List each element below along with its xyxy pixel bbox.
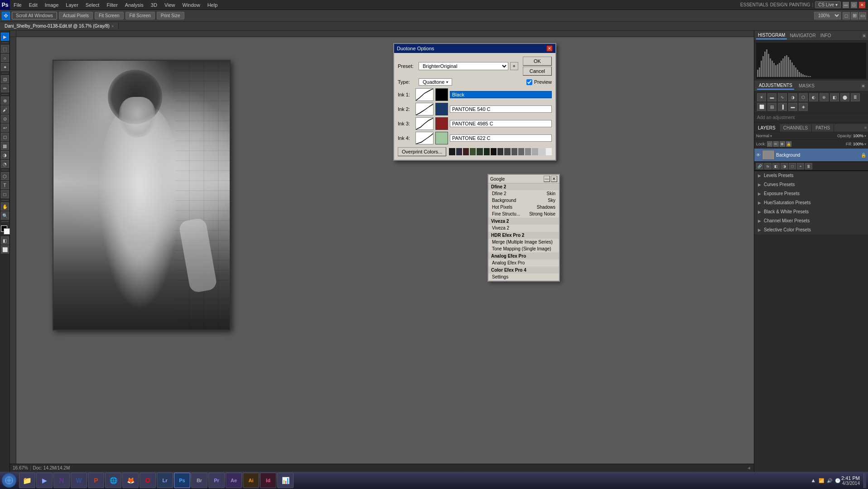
tool-brush[interactable]: 🖌 <box>1 105 9 114</box>
curves-presets-header[interactable]: ▶ Curves Presets <box>754 180 868 189</box>
tool-zoom[interactable]: 🔍 <box>1 211 9 220</box>
hdr-efex-item-2[interactable]: Tone Mapping (Single Image) <box>488 245 559 252</box>
menu-view[interactable]: View <box>161 1 179 9</box>
tool-clone[interactable]: ⊙ <box>1 115 9 123</box>
taskbar-indesign[interactable]: Id <box>260 473 276 488</box>
preset-menu-btn[interactable]: ≡ <box>510 62 518 70</box>
exposure-icon[interactable]: ◑ <box>788 93 797 101</box>
design-btn[interactable]: DESIGN <box>770 2 787 7</box>
op-swatch-3[interactable] <box>463 148 469 155</box>
taskbar-media[interactable]: ▶ <box>36 473 53 488</box>
screen-mode-icon[interactable]: ▭ <box>859 12 866 19</box>
analog-efex-item[interactable]: Analog Efex Pro <box>488 259 559 266</box>
taskbar-other[interactable]: 📊 <box>277 473 294 488</box>
menu-image[interactable]: Image <box>41 1 63 9</box>
op-swatch-8[interactable] <box>497 148 503 155</box>
ink3-curve[interactable] <box>415 117 434 130</box>
ok-button[interactable]: OK <box>523 57 552 66</box>
menu-help[interactable]: Help <box>204 1 222 9</box>
op-swatch-6[interactable] <box>484 148 490 155</box>
taskbar-ie[interactable]: 🌐 <box>105 473 121 488</box>
ink4-name-field[interactable] <box>450 134 552 142</box>
taskbar-illustrator[interactable]: Ai <box>243 473 259 488</box>
systray-arrow[interactable]: ▲ <box>810 477 816 484</box>
add-style-btn[interactable]: fx <box>764 163 772 169</box>
preview-checkbox[interactable] <box>526 79 532 85</box>
taskbar-onenote[interactable]: N <box>53 473 70 488</box>
lock-transparent-btn[interactable]: □ <box>767 141 772 147</box>
overprint-colors-btn[interactable]: Overprint Colors... <box>398 147 446 156</box>
gradient-map-icon[interactable]: ▬ <box>788 103 797 111</box>
viveza2-item[interactable]: Viveza 2 <box>488 225 559 231</box>
close-button[interactable]: ✕ <box>859 2 865 8</box>
new-adj-layer-btn[interactable]: ◑ <box>781 163 788 169</box>
tool-select[interactable]: ▶ <box>1 33 9 41</box>
tool-marquee[interactable]: ⬚ <box>1 45 9 53</box>
taskbar-photoshop[interactable]: Ps <box>174 473 190 488</box>
duotone-close-btn[interactable]: ✕ <box>546 45 553 52</box>
vibrance-icon[interactable]: ⬡ <box>799 93 808 101</box>
paths-tab[interactable]: PATHS <box>812 124 834 132</box>
hdr-efex-item-1[interactable]: Merge (Multiple Image Series) <box>488 239 559 245</box>
actual-pixels-btn[interactable]: Actual Pixels <box>59 12 93 19</box>
channel-mixer-presets-header[interactable]: ▶ Channel Mixer Presets <box>754 216 868 225</box>
op-swatch-14[interactable] <box>539 148 545 155</box>
taskbar-lightroom[interactable]: Lr <box>157 473 173 488</box>
brightness-icon[interactable]: ☀ <box>757 93 766 101</box>
show-desktop-btn[interactable] <box>863 473 866 488</box>
op-swatch-4[interactable] <box>470 148 476 155</box>
ink2-curve[interactable] <box>415 103 434 115</box>
tool-move[interactable]: ✥ <box>2 12 10 20</box>
exposure-presets-header[interactable]: ▶ Exposure Presets <box>754 189 868 198</box>
ink1-color-swatch[interactable] <box>435 88 448 101</box>
tool-shape[interactable]: □ <box>1 190 9 198</box>
systray-network[interactable]: 📶 <box>819 478 824 483</box>
ink2-color-swatch[interactable] <box>435 103 448 115</box>
fit-screen-btn[interactable]: Fit Screen <box>95 12 124 19</box>
layers-menu-btn[interactable]: ≡ <box>863 124 868 132</box>
ink3-name-field[interactable] <box>450 120 552 127</box>
taskbar-word[interactable]: W <box>71 473 87 488</box>
posterize-icon[interactable]: ▤ <box>767 103 776 111</box>
add-mask-btn[interactable]: ◧ <box>772 163 780 169</box>
taskbar-time-display[interactable]: 2:41 PM 4/3/2014 <box>841 475 863 486</box>
tab-close-btn[interactable]: × <box>111 24 114 29</box>
tool-gradient[interactable]: ▦ <box>1 142 9 150</box>
curves-icon[interactable]: ∿ <box>778 93 787 101</box>
tool-crop[interactable]: ⊡ <box>1 75 9 83</box>
selective-color-presets-header[interactable]: ▶ Selective Color Presets <box>754 225 868 234</box>
scroll-all-windows-btn[interactable]: Scroll All Windows <box>12 12 57 19</box>
dfine2-item-3[interactable]: Hot Pixels Shadows <box>488 204 559 211</box>
tool-hand[interactable]: ✋ <box>1 202 9 211</box>
dfine2-header[interactable]: Dfine 2 <box>488 183 559 190</box>
analog-efex-header[interactable]: Analog Efex Pro <box>488 253 559 259</box>
zoom-select[interactable]: 100% 16.7% 50% 200% <box>814 12 841 19</box>
menu-edit[interactable]: Edit <box>25 1 41 9</box>
cancel-button[interactable]: Cancel <box>523 67 552 76</box>
masks-tab[interactable]: MASKS <box>797 82 816 89</box>
tool-history-brush[interactable]: ↩ <box>1 124 9 132</box>
background-color[interactable] <box>4 228 10 235</box>
painting-btn[interactable]: PAINTING <box>789 2 810 7</box>
menu-window[interactable]: Window <box>179 1 204 9</box>
tool-mask-mode[interactable]: ◧ <box>1 236 9 244</box>
histogram-tab[interactable]: HISTOGRAM <box>756 32 787 39</box>
levels-presets-header[interactable]: ▶ Levels Presets <box>754 171 868 180</box>
navigator-tab[interactable]: NAVIGATOR <box>788 32 817 39</box>
type-dropdown[interactable]: Quadtone ▾ <box>419 78 452 86</box>
color-efex-header[interactable]: Color Efex Pro 4 <box>488 267 559 273</box>
tool-type[interactable]: T <box>1 181 9 189</box>
op-swatch-13[interactable] <box>532 148 538 155</box>
fill-screen-btn[interactable]: Fill Screen <box>125 12 155 19</box>
tool-screen-mode[interactable]: ⬜ <box>1 245 9 254</box>
menu-layer[interactable]: Layer <box>62 1 82 9</box>
arrange-icon[interactable]: ⊞ <box>851 12 858 19</box>
bw-presets-header[interactable]: ▶ Black & White Presets <box>754 207 868 216</box>
tool-eraser[interactable]: ◻ <box>1 133 9 141</box>
adj-expand-btn[interactable]: ≡ <box>861 84 865 88</box>
lock-all-btn[interactable]: 🔒 <box>786 141 791 147</box>
hue-sat-presets-header[interactable]: ▶ Hue/Saturation Presets <box>754 198 868 207</box>
levels-icon[interactable]: ▬ <box>767 93 776 101</box>
ink4-curve[interactable] <box>415 132 434 144</box>
channels-tab[interactable]: CHANNELS <box>780 124 812 132</box>
